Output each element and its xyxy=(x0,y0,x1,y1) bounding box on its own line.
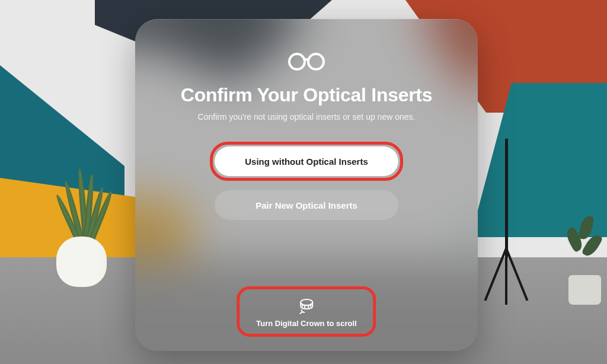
tripod-decoration xyxy=(477,139,536,305)
scroll-hint-text: Turn Digital Crown to scroll xyxy=(256,319,356,328)
primary-button-highlight: Using without Optical Inserts xyxy=(210,142,403,181)
plant-right-pot xyxy=(568,275,601,305)
plant-decoration xyxy=(53,174,113,245)
digital-crown-icon xyxy=(296,298,317,315)
dialog-title: Confirm Your Optical Inserts xyxy=(181,84,432,106)
scroll-hint-area: Turn Digital Crown to scroll xyxy=(237,286,376,337)
plant-right-decoration xyxy=(566,198,601,287)
pair-new-inserts-button[interactable]: Pair New Optical Inserts xyxy=(215,190,398,220)
glasses-icon xyxy=(283,49,330,72)
scroll-hint-highlight: Turn Digital Crown to scroll xyxy=(237,286,376,337)
using-without-inserts-button[interactable]: Using without Optical Inserts xyxy=(215,146,398,176)
svg-point-1 xyxy=(308,54,324,69)
optical-inserts-dialog: Confirm Your Optical Inserts Confirm you… xyxy=(135,19,478,351)
svg-point-0 xyxy=(289,54,305,69)
plant-pot xyxy=(56,237,107,287)
dialog-subtitle: Confirm you're not using optical inserts… xyxy=(198,112,416,122)
